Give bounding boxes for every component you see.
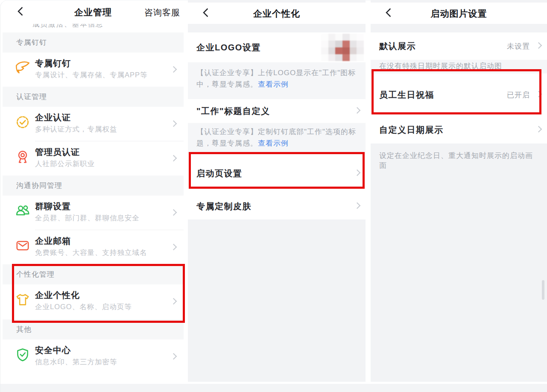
row-work-title-customization[interactable]: "工作"标题自定义 bbox=[188, 99, 366, 123]
chevron-right-icon bbox=[354, 107, 361, 114]
section-header-certification: 认证管理 bbox=[3, 87, 184, 107]
item-title: 专属钉钉 bbox=[35, 58, 164, 69]
row-title: 启动页设置 bbox=[196, 168, 243, 179]
censored-logo-image bbox=[321, 34, 364, 61]
chevron-right-icon bbox=[170, 209, 177, 216]
footer-band bbox=[0, 384, 547, 392]
mail-icon bbox=[15, 237, 31, 254]
custom-date-description-area: 设定在企业纪念日、重大通知时展示的启动画面 bbox=[371, 143, 547, 382]
item-title: 企业个性化 bbox=[35, 290, 164, 301]
dingtalk-wing-icon bbox=[15, 60, 31, 76]
chevron-right-icon bbox=[170, 155, 177, 162]
item-title: 安全中心 bbox=[35, 345, 164, 356]
item-subtitle: 人社部公示新职业 bbox=[35, 159, 164, 169]
section-header-personalization: 个性化管理 bbox=[3, 264, 184, 284]
chevron-right-icon bbox=[354, 170, 361, 176]
list-item-security-center[interactable]: 安全中心 信息水印、第三方加密等 bbox=[3, 339, 184, 374]
spacer-band bbox=[371, 24, 547, 32]
shield-check-icon bbox=[15, 347, 31, 363]
scrolled-clipped-text: 成员激活、基本信息 bbox=[3, 24, 184, 32]
row-value: 未设置 bbox=[507, 41, 530, 51]
chevron-right-icon bbox=[170, 66, 177, 73]
row-title: 企业LOGO设置 bbox=[196, 42, 261, 53]
list-item-enterprise-certification[interactable]: 企业认证 多种认证方式，专属权益 bbox=[3, 107, 184, 141]
row-title: 自定义日期展示 bbox=[379, 124, 444, 136]
scrollbar-thumb[interactable] bbox=[542, 280, 544, 300]
row-splash-page-settings[interactable]: 启动页设置 bbox=[188, 154, 366, 193]
panel-enterprise-management: 企业管理 咨询客服 成员激活、基本信息 专属钉钉 专属钉钉 专属设计、专属存储、… bbox=[3, 0, 184, 384]
chevron-right-icon bbox=[535, 91, 542, 98]
spacer-band bbox=[188, 24, 366, 32]
item-subtitle: 企业LOGO、名称、启动页等 bbox=[35, 302, 164, 312]
item-title: 企业认证 bbox=[35, 112, 164, 123]
item-subtitle: 多种认证方式，专属权益 bbox=[35, 125, 164, 134]
row-title: 默认展示 bbox=[379, 41, 416, 52]
section-header-other: 其他 bbox=[3, 319, 184, 339]
item-subtitle: 全员群、部门群、群聊信息安全 bbox=[35, 214, 164, 223]
row-title: 专属定制皮肤 bbox=[196, 201, 252, 212]
row-default-display[interactable]: 默认展示 未设置 bbox=[371, 32, 547, 60]
list-item-admin-certification[interactable]: 管理员认证 人社部公示新职业 bbox=[3, 141, 184, 176]
panel-enterprise-personalization: 企业个性化 企业LOGO设置 【认证企业专享】上传LOGO显示在"工作"图标中，… bbox=[188, 0, 366, 384]
panel-splash-image-settings: 启动图片设置 默认展示 未设置 在没有特殊日期时展示的默认启动图 员工生日祝福 … bbox=[371, 0, 547, 384]
page-title: 企业个性化 bbox=[188, 8, 366, 20]
row-title: 员工生日祝福 bbox=[379, 89, 434, 101]
item-subtitle: 免费账号、大容量、支持独立域名 bbox=[35, 248, 164, 257]
chevron-right-icon bbox=[354, 202, 361, 209]
row-custom-date-display[interactable]: 自定义日期展示 bbox=[371, 116, 547, 143]
screenshot-page: 企业管理 咨询客服 成员激活、基本信息 专属钉钉 专属钉钉 专属设计、专属存储、… bbox=[0, 0, 547, 392]
chevron-right-icon bbox=[170, 244, 177, 251]
logo-settings-description: 【认证企业专享】上传LOGO显示在"工作"图标中，尊显专属感。查看示例 bbox=[188, 62, 366, 99]
view-example-link[interactable]: 查看示例 bbox=[258, 139, 289, 147]
row-value: 已开启 bbox=[507, 90, 530, 100]
chevron-right-icon bbox=[170, 353, 177, 360]
list-item-exclusive-dingtalk[interactable]: 专属钉钉 专属设计、专属存储、专属APP等 bbox=[3, 53, 184, 87]
contact-support-button[interactable]: 咨询客服 bbox=[144, 7, 180, 18]
section-header-communication: 沟通协同管理 bbox=[3, 176, 184, 196]
list-item-enterprise-personalization[interactable]: 企业个性化 企业LOGO、名称、启动页等 bbox=[3, 284, 184, 319]
certification-badge-icon bbox=[15, 114, 31, 130]
custom-date-description: 设定在企业纪念日、重大通知时展示的启动画面 bbox=[371, 143, 547, 170]
item-title: 管理员认证 bbox=[35, 147, 164, 158]
splash-header: 启动图片设置 bbox=[371, 3, 547, 24]
default-display-description: 在没有特殊日期时展示的默认启动图 bbox=[371, 60, 547, 73]
row-exclusive-skin[interactable]: 专属定制皮肤 bbox=[188, 193, 366, 219]
item-title: 群聊设置 bbox=[35, 201, 164, 212]
list-item-group-chat-settings[interactable]: 群聊设置 全员群、部门群、群聊信息安全 bbox=[3, 196, 184, 230]
item-title: 企业邮箱 bbox=[35, 236, 164, 246]
item-subtitle: 专属设计、专属存储、专属APP等 bbox=[35, 70, 164, 80]
empty-gray-area bbox=[188, 219, 366, 382]
section-header-exclusive-dingtalk: 专属钉钉 bbox=[3, 32, 184, 53]
item-subtitle: 信息水印、第三方加密等 bbox=[35, 357, 164, 367]
view-example-link[interactable]: 查看示例 bbox=[258, 80, 289, 88]
tshirt-icon bbox=[15, 292, 31, 308]
row-title: "工作"标题自定义 bbox=[196, 105, 270, 117]
chevron-right-icon bbox=[170, 298, 177, 305]
row-logo-settings[interactable]: 企业LOGO设置 bbox=[188, 32, 366, 62]
management-header: 企业管理 咨询客服 bbox=[3, 0, 184, 24]
chevron-right-icon bbox=[170, 120, 177, 127]
chevron-right-icon bbox=[535, 42, 542, 49]
page-title: 启动图片设置 bbox=[371, 8, 547, 20]
medal-icon bbox=[15, 149, 31, 165]
chevron-right-icon bbox=[535, 126, 542, 133]
row-employee-birthday-wishes[interactable]: 员工生日祝福 已开启 bbox=[371, 73, 547, 116]
list-item-enterprise-mailbox[interactable]: 企业邮箱 免费账号、大容量、支持独立域名 bbox=[3, 230, 184, 264]
personalization-header: 企业个性化 bbox=[188, 3, 366, 24]
group-chat-icon bbox=[15, 203, 31, 219]
work-title-description: 【认证企业专享】定制钉钉底部"工作"选项的标题，尊显专属感。查看示例 bbox=[188, 123, 366, 154]
